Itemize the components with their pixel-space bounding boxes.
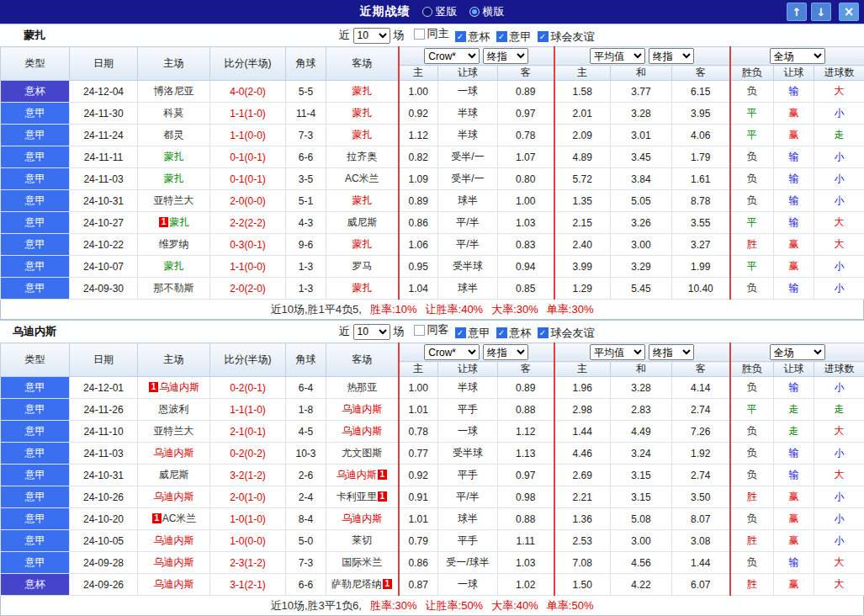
euro-odds-provider-select[interactable]: 平均值 bbox=[590, 48, 645, 64]
asian-home-odds-cell: 0.92 bbox=[399, 103, 438, 125]
move-down-button[interactable]: ↓ bbox=[811, 3, 831, 21]
asian-odds-stage-select[interactable]: 终指 bbox=[483, 48, 528, 64]
filter-checkbox[interactable]: ✓意甲 bbox=[496, 29, 532, 45]
scope-select[interactable]: 全场 bbox=[770, 344, 825, 360]
goals-result-cell: 大 bbox=[814, 421, 864, 443]
match-row: 意甲24-11-30科莫1-1(1-0)11-4蒙扎0.92半球0.972.01… bbox=[1, 103, 864, 125]
col-header-corner: 角球 bbox=[286, 343, 326, 377]
corner-cell: 1-8 bbox=[286, 399, 326, 421]
summary-handicap-rate: 让胜率:40% bbox=[426, 302, 484, 317]
match-count-select[interactable]: 10 bbox=[353, 28, 390, 44]
euro-away-odds-cell: 3.08 bbox=[672, 530, 730, 552]
team-name-text: 蒙扎 bbox=[352, 107, 372, 119]
team-name-text: 乌迪内斯 bbox=[159, 381, 199, 393]
close-button[interactable]: × bbox=[839, 3, 859, 21]
away-team-cell: 乌迪内斯 bbox=[326, 508, 399, 530]
handicap-line-cell: 受半球 bbox=[438, 256, 498, 278]
away-team-cell: 蒙扎 bbox=[326, 234, 399, 256]
team-name-text: 蒙扎 bbox=[164, 173, 184, 184]
home-team-cell: 蒙扎 bbox=[138, 146, 210, 168]
match-count-select[interactable]: 10 bbox=[353, 324, 390, 340]
euro-away-odds-cell: 1.44 bbox=[672, 552, 730, 574]
euro-away-odds-cell: 6.07 bbox=[672, 574, 730, 596]
score-cell: 2-0(2-0) bbox=[210, 278, 286, 300]
goals-result-cell: 大 bbox=[814, 465, 864, 486]
euro-draw-odds-cell: 3.77 bbox=[611, 81, 672, 103]
home-team-cell: 乌迪内斯 bbox=[138, 530, 210, 552]
asian-home-odds-cell: 1.01 bbox=[399, 399, 438, 421]
score-cell: 4-0(2-0) bbox=[210, 81, 286, 103]
euro-home-odds-cell: 2.01 bbox=[554, 103, 611, 125]
euro-home-odds-cell: 1.44 bbox=[554, 421, 611, 443]
euro-home-odds-cell: 1.50 bbox=[554, 574, 611, 596]
filter-checkbox[interactable]: ✓球会友谊 bbox=[538, 326, 595, 341]
asian-away-odds-cell: 0.97 bbox=[498, 465, 554, 486]
match-row: 意甲24-11-26恩波利1-1(1-0)1-8乌迪内斯1.01平手0.882.… bbox=[1, 399, 864, 421]
match-result-cell: 负 bbox=[730, 421, 774, 443]
filter-checkbox[interactable]: ✓意杯 bbox=[496, 326, 532, 341]
corner-cell: 7-3 bbox=[286, 125, 326, 146]
asian-odds-stage-select[interactable]: 终指 bbox=[483, 344, 528, 360]
col-header-asian-away: 客 bbox=[498, 362, 554, 377]
handicap-line-cell: 平手 bbox=[438, 530, 498, 552]
home-team-cell: 博洛尼亚 bbox=[138, 81, 210, 103]
summary-over-rate: 大率:30% bbox=[491, 302, 538, 317]
euro-home-odds-cell: 2.21 bbox=[554, 486, 611, 508]
col-header-goals: 进球数 bbox=[814, 66, 864, 81]
euro-odds-stage-select[interactable]: 终指 bbox=[649, 48, 694, 64]
corner-cell: 1-3 bbox=[286, 278, 326, 300]
euro-away-odds-cell: 7.26 bbox=[672, 421, 730, 443]
handicap-line-cell: 半球 bbox=[438, 125, 498, 146]
euro-odds-stage-select[interactable]: 终指 bbox=[649, 344, 694, 360]
scope-select[interactable]: 全场 bbox=[770, 48, 825, 64]
date-cell: 24-11-11 bbox=[70, 146, 138, 168]
near-label: 近 bbox=[339, 324, 350, 339]
asian-odds-provider-select[interactable]: Crow* bbox=[424, 48, 480, 64]
layout-vertical-radio[interactable]: 竖版 bbox=[422, 4, 458, 19]
titlebar-center: 近期战绩 竖版 横版 bbox=[0, 4, 864, 19]
checked-checkbox-icon: ✓ bbox=[538, 31, 549, 42]
filter-checkbox[interactable]: ✓球会友谊 bbox=[538, 29, 595, 45]
filter-checkbox[interactable]: 同客 bbox=[414, 322, 449, 337]
handicap-line-cell: 受半/一 bbox=[438, 168, 498, 190]
euro-home-odds-cell: 2.40 bbox=[554, 234, 611, 256]
team-name-text: 乌迪内斯 bbox=[154, 534, 194, 546]
filter-checkbox[interactable]: ✓意甲 bbox=[455, 326, 490, 341]
handicap-result-cell: 走 bbox=[774, 421, 814, 443]
asian-home-odds-cell: 0.92 bbox=[399, 465, 438, 486]
euro-odds-provider-select[interactable]: 平均值 bbox=[590, 344, 645, 360]
handicap-result-cell: 赢 bbox=[774, 508, 814, 530]
euro-draw-odds-cell: 5.05 bbox=[611, 190, 672, 212]
team-name-text: 恩波利 bbox=[159, 403, 189, 415]
asian-away-odds-cell: 1.12 bbox=[498, 421, 554, 443]
col-header-handicap: 让球 bbox=[438, 362, 498, 377]
match-result-cell: 负 bbox=[730, 443, 774, 465]
away-team-cell: AC米兰 bbox=[326, 168, 399, 190]
asian-home-odds-cell: 1.12 bbox=[399, 125, 438, 146]
team-name-text: 蒙扎 bbox=[352, 129, 372, 141]
move-up-button[interactable]: ↑ bbox=[787, 3, 807, 21]
corner-cell: 10-3 bbox=[286, 443, 326, 465]
col-header-goals: 进球数 bbox=[814, 362, 864, 377]
date-cell: 24-12-04 bbox=[70, 81, 138, 103]
summary-record: 近10场,胜3平1负6, bbox=[271, 598, 362, 613]
euro-away-odds-cell: 2.74 bbox=[672, 465, 730, 486]
asian-away-odds-cell: 1.11 bbox=[498, 530, 554, 552]
layout-horizontal-radio[interactable]: 横版 bbox=[469, 4, 505, 19]
league-cell: 意甲 bbox=[1, 508, 70, 530]
asian-odds-provider-select[interactable]: Crow* bbox=[424, 344, 480, 360]
date-cell: 24-11-24 bbox=[70, 125, 138, 146]
unchecked-checkbox-icon bbox=[414, 325, 425, 336]
goals-result-cell: 小 bbox=[814, 278, 864, 300]
handicap-result-cell: 赢 bbox=[774, 256, 814, 278]
filter-checkbox[interactable]: ✓意杯 bbox=[455, 29, 490, 45]
filter-checkbox[interactable]: 同主 bbox=[414, 26, 449, 41]
team-name-text: 罗马 bbox=[352, 260, 372, 272]
league-cell: 意甲 bbox=[1, 256, 70, 278]
league-cell: 意甲 bbox=[1, 190, 70, 212]
summary-row: 近10场,胜1平4负5, 胜率:10% 让胜率:40% 大率:30% 单率:30… bbox=[0, 300, 864, 320]
league-cell: 意甲 bbox=[1, 212, 70, 234]
filter-label: 球会友谊 bbox=[551, 29, 595, 45]
away-team-cell: 罗马 bbox=[326, 256, 399, 278]
team-name-text: 乌迪内斯 bbox=[342, 403, 382, 415]
